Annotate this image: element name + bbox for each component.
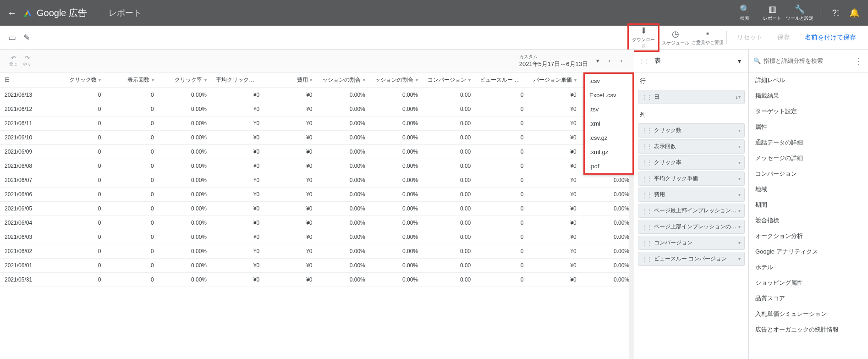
tool-settings[interactable]: 🔧ツールと設定	[786, 4, 813, 22]
table-cell: 0.00%	[317, 202, 370, 216]
col-header[interactable]: 日 ↓	[0, 72, 53, 88]
column-chip[interactable]: ⋮⋮平均クリック単価▾	[638, 171, 745, 186]
column-chip[interactable]: ⋮⋮表示回数▾	[638, 139, 745, 154]
column-chip[interactable]: ⋮⋮ページ最上部インプレッションの...▾	[638, 204, 745, 218]
category-item[interactable]: ターゲット設定	[749, 104, 868, 119]
col-header[interactable]: コンバージョン ▾	[423, 72, 475, 88]
download-action[interactable]: ⬇ダウンロード	[627, 23, 659, 52]
save-button[interactable]: 保存	[770, 33, 797, 42]
table-row[interactable]: 2021/06/05000.00%¥0¥00.00%0.00%0.000¥00.…	[0, 202, 634, 216]
table-row[interactable]: 2021/06/09000.00%¥0¥00.00%0.00%0.000¥00.…	[0, 145, 634, 159]
table-row[interactable]: 2021/05/31000.00%¥0¥00.00%0.00%0.000¥00.…	[0, 273, 634, 287]
table-cell: 0	[53, 116, 105, 131]
category-item[interactable]: 地域	[749, 182, 868, 197]
col-header[interactable]: ビュースルー コンバージョン ▾	[475, 72, 528, 88]
col-header[interactable]: ッションの割合 ▾	[317, 72, 370, 88]
table-row[interactable]: 2021/06/10000.00%¥0¥00.00%0.00%0.000¥00.…	[0, 131, 634, 145]
column-chip[interactable]: ⋮⋮ビュースルー コンバージョン▾	[638, 252, 745, 266]
table-row[interactable]: 2021/06/08000.00%¥0¥00.00%0.00%0.000¥00.…	[0, 159, 634, 173]
category-item[interactable]: オークション分析	[749, 228, 868, 244]
more-menu[interactable]: ⋮	[854, 56, 863, 66]
drag-handle-icon[interactable]: ⋮⋮	[639, 57, 649, 64]
row-chip-day[interactable]: ⋮⋮日↓ ▾	[638, 90, 745, 104]
table-cell: ¥0	[264, 145, 317, 159]
date-next[interactable]: ›	[615, 57, 627, 64]
table-row[interactable]: 2021/06/07000.00%¥0¥00.00%0.00%0.000¥00.…	[0, 173, 634, 188]
back-button[interactable]: ←	[5, 8, 19, 18]
category-item[interactable]: 通話データの詳細	[749, 135, 868, 150]
table-row[interactable]: 2021/06/04000.00%¥0¥00.00%0.00%0.000¥00.…	[0, 216, 634, 230]
save-as-button[interactable]: 名前を付けて保存	[797, 33, 863, 42]
category-item[interactable]: メッセージの詳細	[749, 150, 868, 166]
category-item[interactable]: 入札単価シミュレーション	[749, 306, 868, 322]
drag-handle-icon: ⋮⋮	[642, 176, 651, 182]
column-chip[interactable]: ⋮⋮コンバージョン▾	[638, 236, 745, 250]
category-item[interactable]: 品質スコア	[749, 291, 868, 306]
download-option[interactable]: .xml.gz	[585, 145, 632, 159]
category-item[interactable]: Google アナリティクス	[749, 244, 868, 260]
table-cell: ¥0	[264, 244, 317, 259]
table-row[interactable]: 2021/06/01000.00%¥0¥00.00%0.00%0.000¥00.…	[0, 259, 634, 273]
download-option[interactable]: .csv	[585, 74, 632, 88]
table-row[interactable]: 2021/06/11000.00%¥0¥00.00%0.00%0.000¥0	[0, 116, 634, 131]
table-row[interactable]: 2021/06/12000.00%¥0¥00.00%0.00%0.000¥0	[0, 102, 634, 116]
table-cell: ¥0	[528, 273, 581, 287]
category-item[interactable]: 属性	[749, 119, 868, 135]
help-button[interactable]: ?⃝	[827, 8, 845, 18]
col-header[interactable]: 表示回数 ▾	[106, 72, 159, 88]
category-item[interactable]: 期間	[749, 197, 868, 213]
calendar-button[interactable]: ▭	[5, 30, 19, 45]
col-header[interactable]: バージョン単価 ▾	[528, 72, 581, 88]
column-chip[interactable]: ⋮⋮ページ上部インプレッションの割合▾	[638, 220, 745, 234]
table-cell: 0.00%	[317, 145, 370, 159]
table-cell: ¥0	[211, 216, 264, 230]
download-option[interactable]: .pdf	[585, 159, 632, 173]
table-row[interactable]: 2021/06/02000.00%¥0¥00.00%0.00%0.000¥00.…	[0, 244, 634, 259]
table-cell: 2021/06/09	[0, 145, 53, 159]
category-item[interactable]: 掲載結果	[749, 88, 868, 104]
view-type-select[interactable]: 表▾	[652, 55, 744, 67]
column-chip[interactable]: ⋮⋮クリック率▾	[638, 155, 745, 170]
download-option[interactable]: .xml	[585, 116, 632, 131]
category-item[interactable]: ホテル	[749, 260, 868, 275]
table-cell: 0	[475, 173, 528, 188]
table-cell: 0.00%	[581, 188, 634, 202]
category-item[interactable]: 詳細レベル	[749, 72, 868, 88]
category-item[interactable]: ショッピング属性	[749, 275, 868, 291]
table-cell: ¥0	[528, 216, 581, 230]
download-option[interactable]: .csv.gz	[585, 131, 632, 145]
table-cell: 0	[475, 202, 528, 216]
download-option[interactable]: .tsv	[585, 102, 632, 116]
category-item[interactable]: 競合指標	[749, 213, 868, 228]
column-chip[interactable]: ⋮⋮費用▾	[638, 188, 745, 202]
schedule-action[interactable]: ◷スケジュール	[659, 29, 692, 46]
category-item[interactable]: コンバージョン	[749, 166, 868, 182]
date-range-picker[interactable]: カスタム 2021年5月17日～6月13日	[519, 54, 588, 68]
col-header[interactable]: クリック率 ▾	[159, 72, 211, 88]
feedback-action[interactable]: ▪ご意見やご要望	[692, 29, 724, 46]
notifications-button[interactable]: 🔔	[845, 8, 863, 18]
download-option[interactable]: Excel .csv	[585, 88, 632, 102]
table-cell: 0.00%	[317, 159, 370, 173]
col-header[interactable]: 平均クリック単価 ▾	[211, 72, 264, 88]
undo-button[interactable]: ↶元に	[6, 55, 20, 67]
metric-search-input[interactable]	[761, 55, 854, 67]
category-item[interactable]: 広告とオーガニックの統計情報	[749, 322, 868, 337]
table-row[interactable]: 2021/06/06000.00%¥0¥00.00%0.00%0.000¥00.…	[0, 188, 634, 202]
table-cell: ¥0	[528, 102, 581, 116]
table-cell: ¥0	[211, 173, 264, 188]
tool-reports[interactable]: ▥レポート	[758, 4, 786, 22]
col-header[interactable]: クリック数 ▾	[53, 72, 105, 88]
col-header[interactable]: ッションの割合 ▾	[370, 72, 423, 88]
reset-button[interactable]: リセット	[730, 33, 770, 42]
date-dropdown[interactable]: ▾	[592, 57, 604, 64]
table-cell: ¥0	[264, 102, 317, 116]
date-prev[interactable]: ‹	[604, 57, 615, 64]
col-header[interactable]: 費用 ▾	[264, 72, 317, 88]
redo-button[interactable]: ↷やり	[20, 55, 34, 67]
table-row[interactable]: 2021/06/03000.00%¥0¥00.00%0.00%0.000¥00.…	[0, 230, 634, 244]
column-chip[interactable]: ⋮⋮クリック数▾	[638, 123, 745, 138]
tool-search[interactable]: 🔍検索	[731, 4, 758, 22]
edit-button[interactable]: ✎	[19, 30, 34, 45]
table-row[interactable]: 2021/06/13000.00%¥0¥00.00%0.00%0.000¥0	[0, 88, 634, 102]
